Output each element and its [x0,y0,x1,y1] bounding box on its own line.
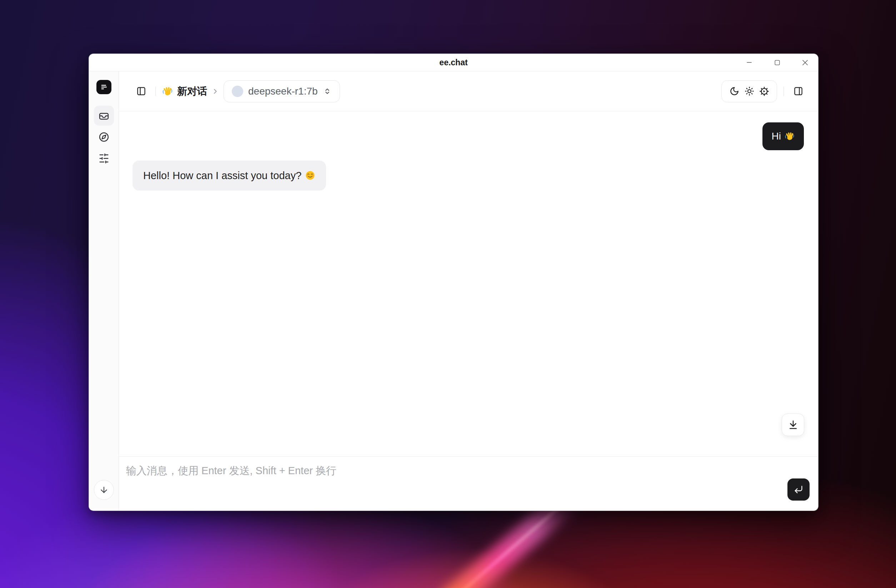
theme-light-button[interactable] [742,84,757,99]
message-row-user: Hi [133,122,804,150]
user-message-bubble: Hi [762,122,804,150]
sidebar-item-discover[interactable] [94,127,114,147]
model-selector[interactable]: deepseek-r1:7b [224,80,340,102]
model-name: deepseek-r1:7b [248,86,318,97]
arrow-down-to-line-icon [788,419,798,430]
toolbar-divider [155,87,156,96]
sidebar [89,71,119,511]
sidebar-toggle-button[interactable] [133,84,149,99]
app-logo [96,80,111,94]
panel-left-icon [136,87,146,96]
minimize-button[interactable] [740,56,758,69]
sidebar-scroll-down-button[interactable] [94,480,114,500]
toolbar-right-divider [783,87,784,96]
minimize-icon [746,59,753,66]
close-icon [802,59,809,66]
app-window: ee.chat [88,53,818,511]
titlebar[interactable]: ee.chat [89,54,818,71]
chevrons-up-down-icon [323,87,332,96]
toolbar-right [721,80,806,102]
app-body: 新对话 deepseek-r1:7b [89,71,818,511]
message-row-assistant: Hello! How can I assist you today? [133,161,804,191]
theme-dark-button[interactable] [727,84,742,99]
right-panel-toggle-button[interactable] [790,84,806,99]
window-title: ee.chat [439,58,468,67]
window-controls [730,54,814,71]
sidebar-bottom [94,480,114,500]
corner-down-left-icon [794,485,803,495]
breadcrumb: 新对话 [162,85,207,98]
send-button[interactable] [788,479,809,501]
toolbar: 新对话 deepseek-r1:7b [119,71,818,111]
close-button[interactable] [796,56,814,69]
maximize-icon [774,59,781,66]
chat-area: Hi [119,111,818,456]
wave-emoji [785,131,795,141]
panel-right-icon [794,87,803,96]
sidebar-item-inbox[interactable] [94,106,114,126]
main-panel: 新对话 deepseek-r1:7b [119,71,818,511]
composer [119,456,818,511]
scroll-to-bottom-button[interactable] [782,413,804,436]
compass-icon [99,132,109,142]
wave-emoji [162,86,173,97]
sidebar-item-settings[interactable] [94,149,114,169]
moon-icon [730,87,739,96]
chevron-right-icon [212,87,219,95]
breadcrumb-label: 新对话 [177,85,207,98]
theme-switcher [721,80,777,102]
arrow-down-icon [99,485,108,495]
user-message-text: Hi [772,130,781,142]
smile-emoji [305,170,315,181]
model-avatar [232,86,243,97]
cog-icon [759,87,769,96]
maximize-button[interactable] [768,56,786,69]
message-input[interactable] [119,457,818,511]
assistant-message-bubble: Hello! How can I assist you today? [133,161,326,191]
assistant-message-text: Hello! How can I assist you today? [143,170,302,182]
sun-icon [745,87,754,96]
inbox-icon [99,110,109,121]
theme-system-button[interactable] [757,84,772,99]
sliders-icon [99,153,109,164]
sidebar-nav [94,106,114,169]
